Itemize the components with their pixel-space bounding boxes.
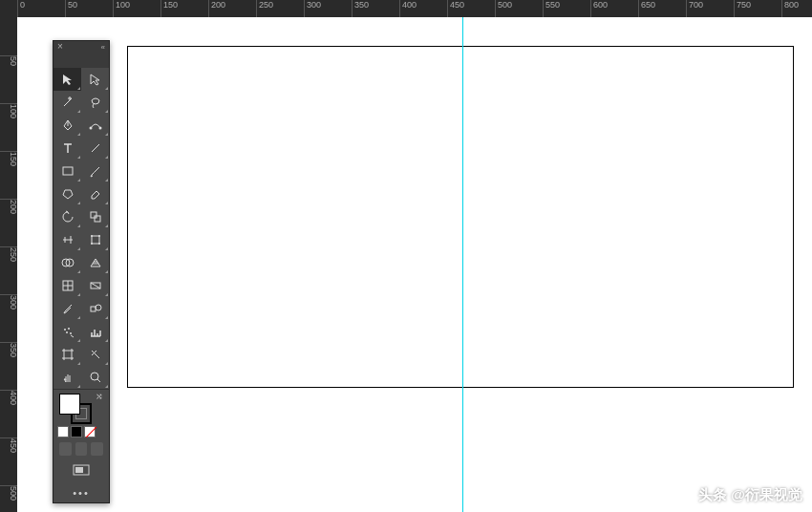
scale-tool[interactable] bbox=[81, 205, 109, 228]
watermark-text: 头条 @衍果视觉 bbox=[698, 486, 802, 504]
ruler-tick: 350 bbox=[352, 0, 369, 17]
ruler-tick: 250 bbox=[0, 246, 17, 262]
svg-point-7 bbox=[98, 235, 100, 237]
shape-builder-tool[interactable] bbox=[53, 251, 81, 274]
collapse-icon[interactable]: « bbox=[101, 43, 105, 52]
perspective-grid-tool[interactable] bbox=[81, 251, 109, 274]
mesh-tool[interactable] bbox=[53, 274, 81, 297]
ruler-tick: 500 bbox=[495, 0, 512, 17]
eraser-tool[interactable] bbox=[81, 182, 109, 205]
ruler-tick: 50 bbox=[65, 0, 77, 17]
draw-modes bbox=[53, 439, 109, 459]
magic-wand-tool[interactable] bbox=[53, 91, 81, 114]
ruler-tick: 50 bbox=[0, 55, 17, 66]
svg-point-8 bbox=[91, 243, 93, 245]
color-mode-row bbox=[53, 424, 109, 439]
ruler-tick: 500 bbox=[0, 485, 17, 501]
ruler-tick: 400 bbox=[399, 0, 417, 17]
gradient-tool[interactable] bbox=[81, 274, 109, 297]
svg-point-17 bbox=[68, 328, 70, 330]
svg-rect-3 bbox=[91, 212, 96, 218]
shaper-tool[interactable] bbox=[53, 182, 81, 205]
color-mode-none[interactable] bbox=[84, 426, 96, 437]
ruler-tick: 100 bbox=[0, 103, 17, 118]
draw-inside[interactable] bbox=[91, 442, 103, 456]
artboard-tool[interactable] bbox=[53, 343, 81, 366]
eyedropper-tool[interactable] bbox=[53, 297, 81, 320]
svg-point-19 bbox=[70, 332, 72, 334]
curvature-tool[interactable] bbox=[81, 114, 109, 137]
svg-rect-5 bbox=[92, 236, 99, 244]
pen-tool[interactable] bbox=[53, 114, 81, 137]
ruler-tick: 450 bbox=[447, 0, 464, 17]
screen-mode-button[interactable] bbox=[53, 459, 109, 483]
color-mode-solid[interactable] bbox=[57, 426, 69, 437]
rectangle-tool[interactable] bbox=[53, 160, 81, 182]
svg-point-6 bbox=[91, 235, 93, 237]
ruler-tick: 650 bbox=[638, 0, 655, 17]
ruler-tick: 450 bbox=[0, 437, 17, 453]
symbol-sprayer-tool[interactable] bbox=[53, 320, 81, 343]
slice-tool[interactable] bbox=[81, 343, 109, 366]
svg-rect-20 bbox=[64, 351, 72, 358]
ruler-tick: 750 bbox=[734, 0, 751, 17]
line-segment-tool[interactable] bbox=[81, 137, 109, 160]
artboard[interactable] bbox=[127, 46, 794, 388]
tools-panel: × « ⤭ ••• bbox=[53, 40, 110, 503]
column-graph-tool[interactable] bbox=[81, 320, 109, 343]
svg-rect-4 bbox=[95, 216, 100, 222]
vertical-ruler[interactable]: 50100150200250300350400450500550 bbox=[0, 17, 17, 512]
rotate-tool[interactable] bbox=[53, 205, 81, 228]
ruler-tick: 350 bbox=[0, 342, 17, 357]
ruler-tick: 150 bbox=[160, 0, 178, 17]
type-tool[interactable] bbox=[53, 137, 81, 160]
color-swatches: ⤭ bbox=[53, 390, 109, 424]
panel-title bbox=[53, 54, 109, 68]
svg-point-1 bbox=[98, 127, 101, 130]
canvas-area[interactable] bbox=[17, 17, 812, 512]
blend-tool[interactable] bbox=[81, 297, 109, 320]
ruler-tick: 0 bbox=[17, 0, 25, 17]
hand-tool[interactable] bbox=[53, 366, 81, 389]
ruler-tick: 200 bbox=[0, 199, 17, 214]
vertical-guide[interactable] bbox=[462, 17, 463, 512]
direct-selection-tool[interactable] bbox=[81, 68, 109, 91]
free-transform-tool[interactable] bbox=[81, 228, 109, 251]
ruler-tick: 250 bbox=[256, 0, 273, 17]
zoom-tool[interactable] bbox=[81, 366, 109, 389]
paintbrush-tool[interactable] bbox=[81, 160, 109, 182]
ruler-tick: 300 bbox=[0, 294, 17, 309]
color-mode-gradient[interactable] bbox=[71, 426, 82, 437]
width-tool[interactable] bbox=[53, 228, 81, 251]
ruler-tick: 150 bbox=[0, 151, 17, 166]
svg-point-21 bbox=[91, 373, 98, 380]
ruler-tick: 200 bbox=[208, 0, 225, 17]
svg-point-9 bbox=[98, 243, 100, 245]
svg-rect-14 bbox=[91, 307, 96, 311]
svg-point-15 bbox=[96, 305, 101, 310]
fill-color-swatch[interactable] bbox=[59, 394, 80, 415]
more-options-icon[interactable]: ••• bbox=[53, 483, 109, 502]
lasso-tool[interactable] bbox=[81, 91, 109, 114]
svg-point-16 bbox=[64, 329, 66, 331]
close-icon[interactable]: × bbox=[57, 42, 63, 52]
ruler-tick: 400 bbox=[0, 390, 17, 405]
ruler-tick: 800 bbox=[781, 0, 799, 17]
ruler-tick: 600 bbox=[590, 0, 608, 17]
svg-point-18 bbox=[66, 331, 68, 333]
ruler-tick: 700 bbox=[686, 0, 703, 17]
swap-colors-icon[interactable]: ⤭ bbox=[96, 392, 103, 401]
selection-tool[interactable] bbox=[53, 68, 81, 91]
draw-normal[interactable] bbox=[59, 442, 72, 456]
ruler-tick: 100 bbox=[113, 0, 130, 17]
svg-rect-23 bbox=[75, 467, 83, 473]
svg-rect-2 bbox=[63, 167, 73, 175]
ruler-tick: 550 bbox=[543, 0, 560, 17]
svg-point-0 bbox=[89, 127, 92, 130]
panel-header: × « bbox=[53, 41, 109, 54]
ruler-tick: 300 bbox=[304, 0, 321, 17]
draw-behind[interactable] bbox=[75, 442, 88, 456]
horizontal-ruler[interactable]: 0501001502002503003504004505005506006507… bbox=[0, 0, 812, 17]
